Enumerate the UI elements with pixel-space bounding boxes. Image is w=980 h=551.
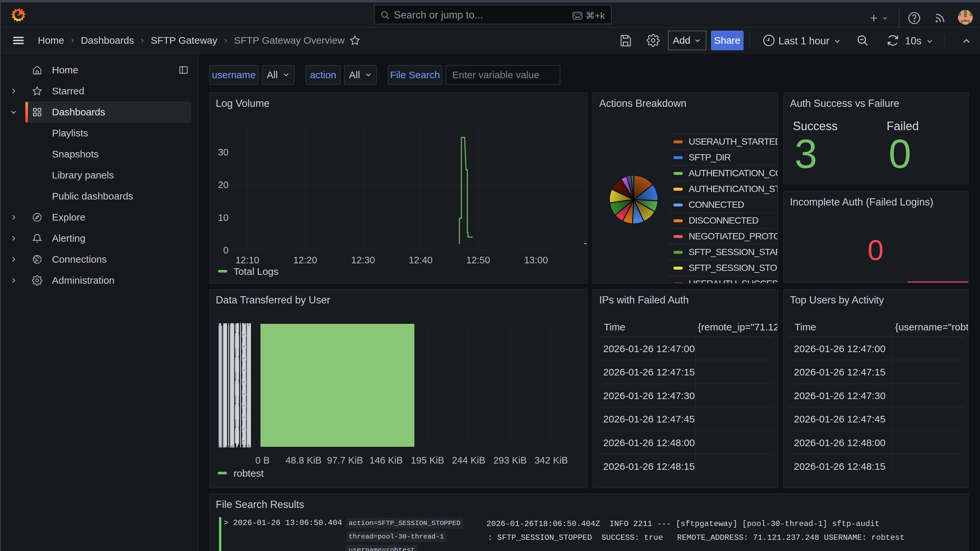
svg-text:0: 0 [223, 245, 229, 256]
svg-text:342 KiB: 342 KiB [535, 455, 568, 465]
svg-text:12:10: 12:10 [235, 255, 259, 265]
svg-text:10: 10 [218, 213, 229, 223]
svg-text:12:30: 12:30 [351, 255, 375, 265]
svg-text:Total Logs: Total Logs [234, 266, 278, 277]
svg-text:12:50: 12:50 [466, 255, 490, 265]
svg-text:195 KiB: 195 KiB [411, 455, 444, 465]
svg-text:146 KiB: 146 KiB [369, 455, 403, 465]
svg-text:30: 30 [218, 147, 229, 157]
svg-text:48.8 KiB: 48.8 KiB [285, 455, 321, 465]
svg-text:12:20: 12:20 [293, 255, 317, 265]
svg-text:97.7 KiB: 97.7 KiB [327, 455, 363, 465]
svg-text:244 KiB: 244 KiB [452, 455, 485, 465]
svg-text:20: 20 [218, 179, 229, 190]
svg-text:robtest: robtest [234, 468, 264, 479]
svg-text:293 KiB: 293 KiB [493, 455, 527, 465]
svg-text:0 B: 0 B [255, 455, 270, 465]
svg-text:13:00: 13:00 [524, 255, 548, 265]
svg-text:12:40: 12:40 [409, 255, 433, 265]
